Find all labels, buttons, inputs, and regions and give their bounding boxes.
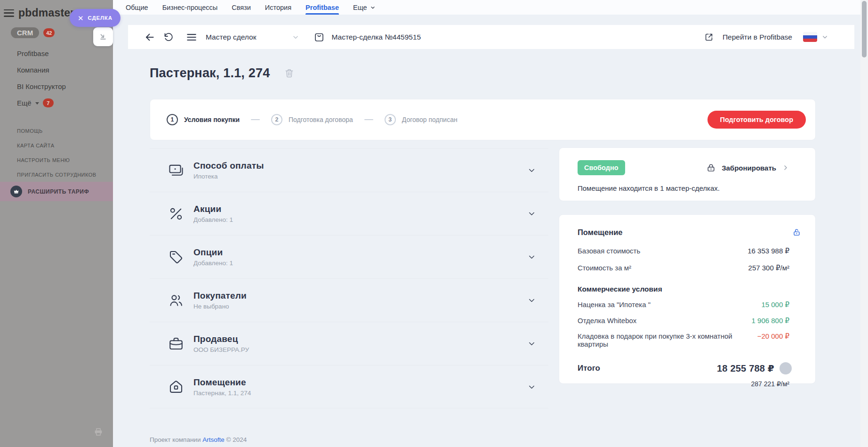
section-buyers[interactable]: Покупатели Не выбрано bbox=[150, 278, 548, 322]
step-divider bbox=[251, 119, 260, 120]
page-title-row: Пастернак, 1.1, 274 bbox=[150, 66, 295, 81]
page-title: Пастернак, 1.1, 274 bbox=[150, 66, 270, 81]
commercial-row: Наценка за "Ипотека " 15 000 ₽ bbox=[559, 301, 815, 309]
sidebar-item-crm[interactable]: CRM bbox=[11, 27, 39, 38]
crown-icon bbox=[10, 186, 22, 197]
workspace-title: Мастер сделок bbox=[206, 33, 256, 41]
prepare-contract-button[interactable]: Подготовить договор bbox=[707, 111, 806, 129]
collapse-sidebar-button[interactable] bbox=[93, 27, 113, 46]
master-deal-icon bbox=[313, 32, 325, 43]
deal-pill-label: СДЕЛКА bbox=[88, 15, 113, 21]
sidebar-item-bi-constructor[interactable]: BI Конструктор bbox=[17, 78, 66, 95]
right-panel: Свободно Забронировать Помещение находит… bbox=[559, 147, 816, 384]
tab-business-processes[interactable]: Бизнес-процессы bbox=[162, 0, 218, 15]
home-icon bbox=[168, 378, 185, 395]
deal-pill: ✕ СДЕЛКА bbox=[70, 9, 121, 27]
sidebar-nav: Profitbase Компания BI Конструктор Ещё 7 bbox=[17, 45, 66, 111]
commercial-row: Кладовка в подарок при покупке 3-х комна… bbox=[559, 332, 815, 348]
sidebar: pbdmaster CRM 42 Profitbase Компания BI … bbox=[0, 0, 113, 447]
total-label: Итого bbox=[578, 364, 600, 373]
chevron-down-icon[interactable] bbox=[527, 209, 536, 218]
section-promotions[interactable]: Акции Добавлено: 1 bbox=[150, 192, 548, 235]
app-logo: pbdmaster bbox=[18, 7, 74, 19]
artsofte-link[interactable]: Artsofte bbox=[202, 436, 225, 443]
status-badge: Свободно bbox=[578, 160, 625, 175]
lock-open-icon[interactable] bbox=[792, 228, 801, 237]
chevron-down-icon bbox=[35, 102, 39, 105]
briefcase-icon bbox=[168, 335, 185, 352]
unit-status-card: Свободно Забронировать Помещение находит… bbox=[559, 147, 816, 201]
main-area: Общие Бизнес-процессы Связи История Prof… bbox=[113, 0, 860, 447]
chevron-down-icon bbox=[370, 5, 376, 10]
goto-profitbase-link[interactable]: Перейти в Profitbase bbox=[723, 33, 792, 41]
app-screen: Общие Бизнес-процессы Связи История Prof… bbox=[0, 0, 868, 447]
section-unit[interactable]: Помещение Пастернак, 1.1, 274 bbox=[150, 365, 548, 408]
sidebar-menu-icon[interactable] bbox=[4, 9, 14, 17]
people-icon bbox=[168, 292, 185, 309]
more-count-badge: 7 bbox=[43, 98, 54, 107]
section-seller[interactable]: Продавец ООО БИЗЕРРА.РУ bbox=[150, 322, 548, 365]
scrollbar-thumb[interactable] bbox=[862, 1, 867, 57]
tab-more[interactable]: Еще bbox=[353, 0, 376, 15]
section-payment-method[interactable]: Способ оплаты Ипотека bbox=[150, 148, 548, 192]
undo-icon[interactable] bbox=[163, 32, 174, 43]
total-value: 18 255 788 ₽ bbox=[717, 363, 774, 374]
tab-profitbase[interactable]: Profitbase bbox=[305, 0, 339, 15]
printer-icon[interactable] bbox=[93, 427, 104, 437]
language-chevron-down-icon[interactable] bbox=[821, 33, 828, 41]
chevron-down-icon[interactable] bbox=[527, 339, 536, 348]
deals-menu-icon[interactable] bbox=[185, 31, 198, 43]
info-dot-icon[interactable] bbox=[780, 362, 792, 374]
status-note: Помещение находится в 1 мастер-сделках. bbox=[578, 184, 789, 192]
commercial-row: Отделка Whitebox 1 906 800 ₽ bbox=[559, 317, 815, 325]
price-row: Базовая стоимость 16 353 988 ₽ bbox=[559, 247, 815, 255]
tag-icon bbox=[168, 249, 185, 266]
deal-stepper-card: 1 Условия покупки 2 Подготовка договора … bbox=[150, 99, 816, 140]
sidebar-link-configure-menu[interactable]: НАСТРОИТЬ МЕНЮ bbox=[17, 153, 96, 167]
sidebar-link-invite-employees[interactable]: ПРИГЛАСИТЬ СОТРУДНИКОВ bbox=[17, 167, 96, 182]
tab-general[interactable]: Общие bbox=[126, 0, 148, 15]
sidebar-item-more[interactable]: Ещё 7 bbox=[17, 95, 66, 111]
topbar-right: Перейти в Profitbase bbox=[704, 32, 828, 42]
footer: Проект компании Artsofte © 2024 bbox=[150, 436, 247, 443]
chevron-right-icon bbox=[782, 164, 789, 171]
upgrade-plan-button[interactable]: РАСШИРИТЬ ТАРИФ bbox=[0, 182, 113, 201]
deal-sections: Способ оплаты Ипотека Акции Добавлено: 1 bbox=[150, 148, 548, 408]
sidebar-link-help[interactable]: ПОМОЩЬ bbox=[17, 123, 96, 138]
total-per-m2: 287 221 ₽/м² bbox=[559, 380, 815, 388]
workspace-chevron-down-icon[interactable] bbox=[292, 33, 299, 41]
tab-relations[interactable]: Связи bbox=[232, 0, 251, 15]
chevron-down-icon[interactable] bbox=[527, 252, 536, 261]
price-row: Стоимость за м² 257 300 ₽/м² bbox=[559, 264, 815, 272]
total-row: Итого 18 255 788 ₽ bbox=[559, 362, 815, 374]
chevron-down-icon[interactable] bbox=[527, 166, 536, 175]
section-options[interactable]: Опции Добавлено: 1 bbox=[150, 235, 548, 278]
lock-icon bbox=[706, 163, 716, 173]
step-purchase-terms: 1 Условия покупки bbox=[167, 114, 240, 125]
payment-icon bbox=[168, 162, 185, 179]
step-contract-preparation: 2 Подготовка договора bbox=[271, 114, 353, 125]
step-contract-signed: 3 Договор подписан bbox=[385, 114, 458, 125]
deal-tabs: Общие Бизнес-процессы Связи История Prof… bbox=[113, 0, 860, 15]
unit-pricing-card: Помещение Базовая стоимость 16 353 988 ₽… bbox=[559, 214, 816, 384]
deal-topbar: Мастер сделок Мастер-сделка №4459515 Пер… bbox=[128, 25, 854, 49]
deal-number: Мастер-сделка №4459515 bbox=[331, 33, 421, 41]
close-icon[interactable]: ✕ bbox=[78, 15, 84, 22]
percent-icon bbox=[168, 205, 185, 222]
sidebar-item-profitbase[interactable]: Profitbase bbox=[17, 45, 66, 62]
back-button[interactable] bbox=[144, 31, 156, 43]
crm-count-badge: 42 bbox=[43, 28, 55, 37]
external-link-icon bbox=[704, 32, 714, 42]
delete-deal-icon[interactable] bbox=[284, 68, 295, 79]
russia-flag-icon bbox=[803, 32, 817, 42]
pricing-card-title: Помещение bbox=[578, 228, 623, 237]
sidebar-link-sitemap[interactable]: КАРТА САЙТА bbox=[17, 138, 96, 153]
reserve-button[interactable]: Забронировать bbox=[706, 163, 789, 173]
chevron-down-icon[interactable] bbox=[527, 382, 536, 391]
scrollbar-track[interactable] bbox=[860, 0, 868, 447]
commercial-terms-title: Коммерческие условия bbox=[559, 285, 815, 293]
step-divider bbox=[364, 119, 373, 120]
tab-history[interactable]: История bbox=[265, 0, 291, 15]
chevron-down-icon[interactable] bbox=[527, 296, 536, 305]
sidebar-item-company[interactable]: Компания bbox=[17, 62, 66, 78]
